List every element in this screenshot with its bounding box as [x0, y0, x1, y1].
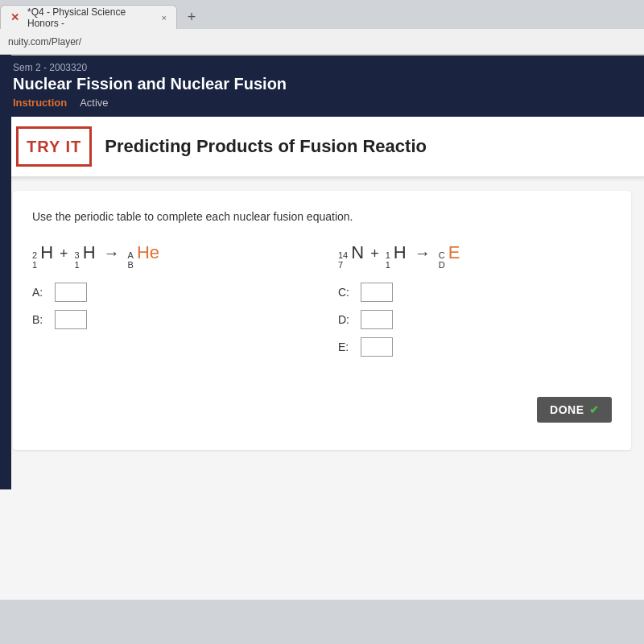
left-nav-strip — [0, 55, 11, 489]
label-d: D: — [338, 313, 354, 326]
course-meta: Instruction Active — [13, 97, 631, 109]
h1-symbol: H — [394, 242, 407, 263]
course-code: Sem 2 - 2003320 — [13, 62, 631, 73]
h1-notation: 1 1 — [386, 250, 390, 270]
e-notation: C D — [439, 250, 445, 270]
equation-display-2: 14 7 N + 1 1 H → C — [338, 242, 612, 270]
input-row-d: D: — [338, 310, 612, 329]
equation-block-2: 14 7 N + 1 1 H → C — [338, 242, 612, 365]
n14-notation: 14 7 — [338, 250, 348, 270]
he-symbol: He — [137, 242, 159, 263]
new-tab-button[interactable]: + — [180, 6, 203, 28]
tab-x-icon: ✕ — [10, 11, 19, 23]
arrow2: → — [415, 244, 431, 262]
input-row-a: A: — [32, 283, 306, 302]
label-a: A: — [32, 286, 48, 299]
he-notation: A B — [128, 250, 134, 270]
browser-chrome: ✕ *Q4 - Physical Science Honors - × + nu… — [0, 0, 644, 56]
input-d[interactable] — [361, 310, 393, 329]
equation-block-1: 2 1 H + 3 1 H → A — [32, 242, 306, 365]
equations-row: 2 1 H + 3 1 H → A — [32, 242, 612, 365]
e-symbol: E — [448, 242, 460, 263]
tab-close-button[interactable]: × — [162, 13, 167, 23]
label-c: C: — [338, 286, 354, 299]
tab-label: *Q4 - Physical Science Honors - — [27, 6, 154, 29]
h2-notation: 2 1 — [32, 250, 37, 270]
label-e: E: — [338, 341, 354, 353]
done-button[interactable]: DONE ✔ — [537, 397, 612, 423]
active-tab[interactable]: ✕ *Q4 - Physical Science Honors - × — [0, 5, 177, 29]
plus1: + — [60, 246, 68, 262]
done-row: DONE ✔ — [32, 389, 612, 431]
activity-panel: Use the periodic table to complete each … — [13, 191, 631, 450]
h3-notation: 3 1 — [75, 250, 80, 270]
address-text: nuity.com/Player/ — [8, 36, 81, 47]
input-c[interactable] — [361, 283, 393, 302]
done-label: DONE — [550, 403, 584, 416]
address-bar[interactable]: nuity.com/Player/ — [0, 29, 644, 55]
label-b: B: — [32, 313, 48, 326]
done-checkmark-icon: ✔ — [589, 403, 600, 416]
try-it-banner: TRY IT Predicting Products of Fusion Rea… — [0, 117, 644, 178]
input-a[interactable] — [55, 283, 87, 302]
instruction-text: Use the periodic table to complete each … — [32, 210, 612, 223]
instruction-label: Instruction — [13, 97, 67, 109]
course-title: Nuclear Fission and Nuclear Fusion — [13, 75, 631, 93]
try-it-label: TRY IT — [27, 138, 81, 156]
input-row-e: E: — [338, 337, 612, 357]
h3-symbol: H — [83, 242, 96, 263]
input-b[interactable] — [55, 310, 87, 329]
input-e[interactable] — [361, 337, 393, 357]
try-it-box: TRY IT — [16, 126, 92, 167]
input-row-b: B: — [32, 310, 306, 329]
input-row-c: C: — [338, 283, 612, 302]
h2-symbol: H — [40, 242, 53, 263]
course-header: Sem 2 - 2003320 Nuclear Fission and Nucl… — [0, 56, 644, 117]
arrow1: → — [104, 244, 120, 262]
plus2: + — [370, 246, 379, 262]
tab-bar: ✕ *Q4 - Physical Science Honors - × + — [0, 0, 644, 29]
banner-title: Predicting Products of Fusion Reactio — [105, 136, 427, 157]
n14-symbol: N — [351, 242, 364, 263]
content-area: TRY IT Predicting Products of Fusion Rea… — [0, 117, 644, 600]
active-label: Active — [80, 97, 108, 109]
equation-display-1: 2 1 H + 3 1 H → A — [32, 242, 306, 270]
